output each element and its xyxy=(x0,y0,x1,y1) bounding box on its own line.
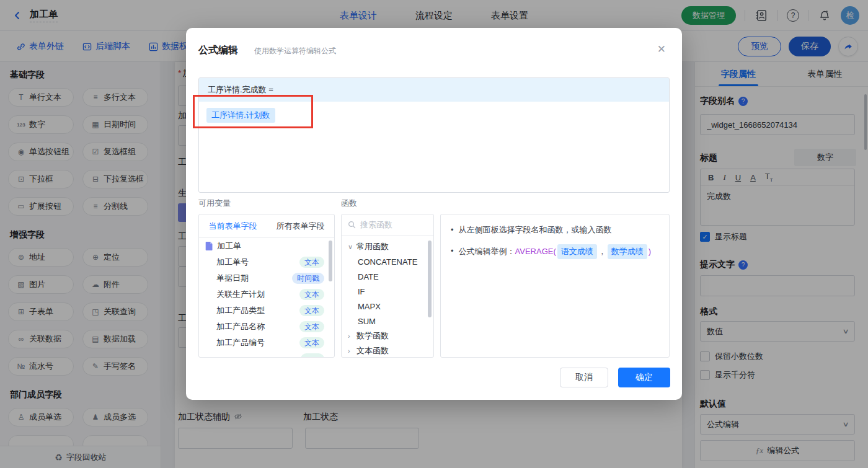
example-token: 语文成绩 xyxy=(557,244,597,259)
example-token: 数学成绩 xyxy=(608,244,647,259)
cancel-button[interactable]: 取消 xyxy=(560,368,608,387)
type-tag: 文本 xyxy=(299,305,324,316)
type-tag: 文本 xyxy=(299,321,324,332)
type-tag: 文本 xyxy=(299,289,324,300)
variables-panel: 当前表单字段 所有表单字段 加工单 加工单号文本 单据日期时间戳 关联生产计划文… xyxy=(198,214,335,358)
functions-scrollbar[interactable] xyxy=(428,241,432,317)
variable-row[interactable]: 关联生产计划文本 xyxy=(199,286,334,302)
function-item[interactable]: CONCATENATE xyxy=(342,254,433,269)
chevron-down-icon: ∨ xyxy=(348,243,356,251)
function-search[interactable]: 搜索函数 xyxy=(342,214,433,236)
variables-title: 可用变量 xyxy=(198,198,231,209)
function-item[interactable]: MAPX xyxy=(342,299,433,314)
tips-panel: • 从左侧面板选择字段名和函数，或输入函数 • 公式编辑举例：AVERAGE(语… xyxy=(440,214,670,358)
formula-edit-dialog: 公式编辑 使用数学运算符编辑公式 ✕ 工序详情.完成数 = 工序详情.计划数 可… xyxy=(186,28,682,400)
dialog-title: 公式编辑 xyxy=(198,44,238,57)
tree-root-form[interactable]: 加工单 xyxy=(199,238,334,254)
search-icon xyxy=(348,221,356,229)
type-tag xyxy=(301,353,324,358)
variables-scrollbar[interactable] xyxy=(329,241,332,281)
function-item[interactable]: SUM xyxy=(342,314,433,329)
variable-row[interactable]: 单据日期时间戳 xyxy=(199,270,334,286)
functions-title: 函数 xyxy=(341,198,357,209)
tab-all-form-fields[interactable]: 所有表单字段 xyxy=(267,214,334,237)
type-tag: 文本 xyxy=(299,337,324,348)
formula-field-token[interactable]: 工序详情.计划数 xyxy=(206,108,275,123)
variable-row-clipped[interactable] xyxy=(199,351,334,358)
confirm-button[interactable]: 确定 xyxy=(618,368,670,387)
functions-panel: 搜索函数 ∨常用函数 CONCATENATE DATE IF MAPX SUM … xyxy=(341,214,434,358)
variable-row[interactable]: 加工产品类型文本 xyxy=(199,302,334,319)
variable-row[interactable]: 加工产品编号文本 xyxy=(199,335,334,351)
tip-line: • 从左侧面板选择字段名和函数，或输入函数 xyxy=(451,223,659,237)
search-placeholder: 搜索函数 xyxy=(360,219,392,231)
formula-editor[interactable]: 工序详情.完成数 = 工序详情.计划数 xyxy=(198,77,670,193)
close-icon[interactable]: ✕ xyxy=(657,43,666,56)
type-tag: 文本 xyxy=(299,257,324,268)
formula-target: 工序详情.完成数 = xyxy=(199,78,669,102)
form-doc-icon xyxy=(205,242,213,250)
function-item[interactable]: IF xyxy=(342,284,433,299)
variable-row[interactable]: 加工产品名称文本 xyxy=(199,319,334,335)
app-root: 加工单 表单设计 流程设定 表单设置 数据管理 ? 检 表单外链 xyxy=(0,0,868,468)
dialog-subtitle: 使用数学运算符编辑公式 xyxy=(254,46,336,56)
chevron-right-icon: › xyxy=(348,347,356,355)
function-group[interactable]: ›文本函数 xyxy=(342,343,433,358)
variable-row[interactable]: 加工单号文本 xyxy=(199,254,334,270)
chevron-right-icon: › xyxy=(348,332,356,340)
function-group[interactable]: ›数学函数 xyxy=(342,329,433,343)
tab-current-form-fields[interactable]: 当前表单字段 xyxy=(199,214,267,237)
type-tag: 时间戳 xyxy=(292,273,324,284)
function-item[interactable]: DATE xyxy=(342,269,433,284)
tip-line-example: • 公式编辑举例：AVERAGE(语文成绩，数学成绩) xyxy=(451,244,659,259)
function-group[interactable]: ∨常用函数 xyxy=(342,239,433,254)
